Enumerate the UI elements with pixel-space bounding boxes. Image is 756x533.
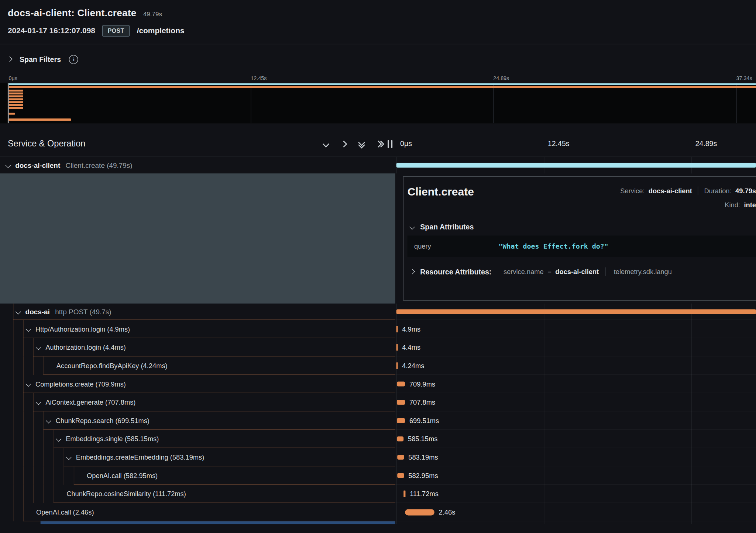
span-row[interactable]: Embeddings.single (585.15ms) 585.15ms [0, 430, 756, 448]
span-duration-bar[interactable] [396, 362, 398, 369]
span-row[interactable]: AiContext.generate (707.8ms) 707.8ms [0, 393, 756, 412]
span-row[interactable]: Http/Authorization.login (4.9ms) 4.9ms [0, 320, 756, 338]
info-glyph: i [73, 56, 75, 62]
span-duration-bar[interactable] [396, 163, 756, 167]
span-label: Embeddings.createEmbedding (583.19ms) [76, 453, 205, 461]
minimap-grid-line [251, 83, 251, 124]
span-duration-bar[interactable] [397, 454, 404, 459]
trace-duration: 49.79s [143, 11, 162, 18]
detail-duration-label: Duration: [704, 187, 731, 195]
detail-kind-label: Kind: [725, 201, 740, 209]
span-row[interactable]: Completions.create (709.9ms) 709.9ms [0, 375, 756, 393]
span-filters-toggle[interactable]: Span Filters i [0, 44, 756, 74]
chevron-down-icon[interactable] [36, 345, 41, 350]
resource-attributes-toggle[interactable]: Resource Attributes: service.name = docs… [408, 267, 756, 276]
span-tree: docs-ai-client Client.create (49.79s) Cl… [0, 157, 756, 524]
minimap-tick: 24.89s [493, 75, 509, 81]
chevron-down-icon[interactable] [66, 455, 72, 460]
chevron-down-icon [409, 224, 415, 229]
expand-all-double-chevron-right-icon[interactable] [377, 141, 382, 146]
page-title: docs-ai-client: Client.create [8, 8, 137, 19]
span-label: http POST (49.7s) [55, 308, 111, 316]
resource-value: docs-ai-client [555, 268, 599, 276]
span-attributes-toggle[interactable]: Span Attributes [408, 222, 756, 231]
minimap-tick: 12.45s [251, 75, 267, 81]
span-row[interactable]: ChunkRepo.search (699.51ms) 699.51ms [0, 411, 756, 430]
attribute-row[interactable]: query "What does Effect.fork do?" [408, 236, 756, 257]
span-duration-label: 583.19ms [408, 453, 438, 461]
minimap-grid-line [736, 83, 736, 124]
span-duration-bar[interactable] [397, 381, 405, 386]
chevron-down-icon[interactable] [36, 400, 41, 405]
minimap-range-handle[interactable] [8, 83, 9, 124]
next-row-partial [0, 521, 756, 524]
span-duration-bar[interactable] [397, 418, 405, 423]
span-duration-bar[interactable] [403, 490, 405, 497]
trace-header: docs-ai-client: Client.create 49.79s 202… [0, 0, 756, 44]
span-label: Http/Authorization.login (4.9ms) [35, 325, 130, 333]
service-name: docs-ai-client [15, 162, 60, 169]
info-icon[interactable]: i [69, 55, 78, 64]
span-label: Embeddings.single (585.15ms) [66, 435, 159, 443]
minimap-span-bar [9, 104, 23, 106]
chevron-right-icon [7, 57, 12, 62]
timeline-columns-header: Service & Operation 0µs 12.45s 24.89s [0, 131, 756, 157]
span-duration-bar[interactable] [397, 399, 405, 404]
chevron-down-icon[interactable] [26, 326, 31, 332]
chevron-down-icon[interactable] [6, 163, 11, 168]
span-row[interactable]: AccountRepo.findByApiKey (4.24ms) 4.24ms [0, 357, 756, 375]
timeline-minimap[interactable]: 0µs 12.45s 24.89s 37.34s [0, 74, 756, 123]
minimap-span-bar [9, 96, 23, 97]
column-resize-handle[interactable] [388, 140, 392, 148]
chevron-down-icon[interactable] [46, 418, 51, 423]
detail-meta: Service:docs-ai-client Duration:49.79s K… [620, 186, 756, 208]
span-duration-bar[interactable] [397, 436, 403, 441]
span-duration-bar[interactable] [405, 509, 434, 515]
chevron-down-icon[interactable] [26, 381, 31, 387]
span-duration-label: 585.15ms [408, 435, 437, 443]
span-row[interactable]: ChunkRepo.cosineSimilarity (111.72ms) 11… [0, 485, 756, 503]
minimap-span-bar [9, 98, 23, 100]
chevron-down-icon[interactable] [56, 436, 61, 442]
span-row[interactable]: OpenAI.call (582.95ms) 582.95ms [0, 466, 756, 485]
span-row-http-post[interactable]: docs-ai http POST (49.7s) [0, 304, 756, 320]
span-duration-label: 4.9ms [402, 325, 420, 333]
minimap-tick: 0µs [9, 75, 17, 81]
collapse-all-double-chevron-down-icon[interactable] [359, 141, 364, 146]
span-label: Completions.create (709.9ms) [35, 380, 126, 388]
timeline-tick: 24.89s [695, 139, 717, 147]
http-method-badge: POST [103, 25, 130, 37]
expand-one-chevron-right-icon[interactable] [340, 141, 347, 147]
minimap-span-bar [9, 113, 15, 115]
request-path: /completions [137, 27, 185, 35]
span-duration-label: 707.8ms [409, 398, 435, 406]
collapse-one-chevron-down-icon[interactable] [323, 141, 329, 147]
span-row-client-create[interactable]: docs-ai-client Client.create (49.79s) [0, 157, 756, 173]
span-duration-bar[interactable] [397, 473, 404, 478]
span-duration-label: 4.24ms [402, 361, 424, 369]
selected-row-sliver[interactable] [41, 521, 395, 524]
equals-sign: = [547, 268, 551, 276]
span-detail-panel: Client.create Service:docs-ai-client Dur… [403, 176, 756, 301]
span-duration-bar[interactable] [396, 344, 398, 350]
span-detail-section: Client.create Service:docs-ai-client Dur… [0, 173, 756, 304]
timeline-axis: 0µs 12.45s 24.89s [395, 131, 756, 156]
chevron-down-icon[interactable] [16, 309, 21, 314]
span-duration-bar[interactable] [396, 309, 756, 314]
span-filters-label: Span Filters [20, 55, 61, 63]
service-operation-title: Service & Operation [8, 139, 324, 149]
span-label: Client.create (49.79s) [66, 162, 133, 169]
minimap-canvas[interactable] [0, 83, 756, 124]
detail-service-value: docs-ai-client [649, 187, 692, 195]
span-row[interactable]: OpenAI.call (2.46s) 2.46s [0, 503, 756, 522]
detail-service-label: Service: [620, 187, 645, 195]
timeline-tick: 0µs [400, 139, 412, 147]
span-duration-label: 2.46s [439, 508, 456, 516]
span-duration-bar[interactable] [396, 325, 398, 332]
span-duration-label: 582.95ms [408, 471, 438, 479]
attribute-value: "What does Effect.fork do?" [499, 242, 608, 250]
span-row[interactable]: Authorization.login (4.4ms) 4.4ms [0, 338, 756, 357]
minimap-grid-line [493, 83, 494, 124]
minimap-span-bar [9, 107, 23, 109]
span-row[interactable]: Embeddings.createEmbedding (583.19ms) 58… [0, 448, 756, 467]
